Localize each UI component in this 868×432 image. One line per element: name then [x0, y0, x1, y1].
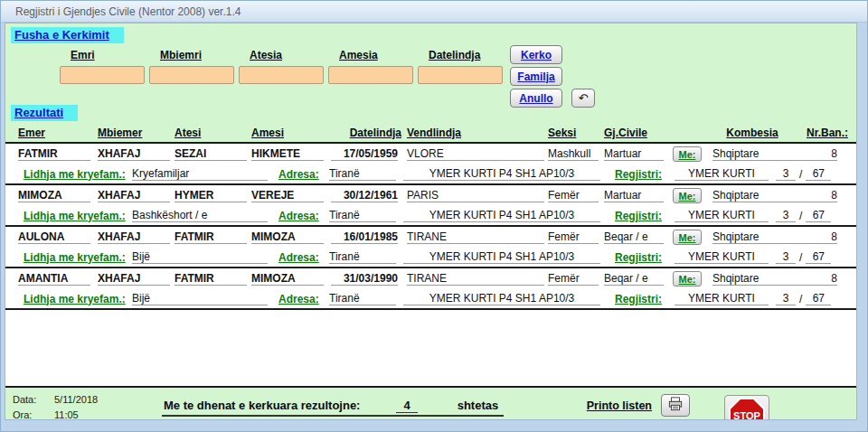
col-emer: Emer [18, 127, 98, 139]
results-section-title: Rezultati [11, 105, 78, 121]
cell-amesi: MIMOZA [251, 272, 331, 286]
cell-vendlindja: VLORE [401, 147, 548, 161]
table-row[interactable]: AULONA XHAFAJ FATMIR MIMOZA 16/01/1985 T… [5, 227, 856, 248]
regjistri-label[interactable]: Regjistri: [615, 293, 675, 305]
cell-datelindja: 31/03/1990 [331, 272, 401, 286]
col-vendlindja: Vendlindja [401, 127, 548, 139]
datelindja-input[interactable] [418, 66, 503, 84]
col-amesi: Amesi [251, 127, 331, 139]
lidhja-label[interactable]: Lidhja me kryefam.: [24, 210, 132, 222]
field-mbiemri-label: Mbiemri [160, 49, 234, 61]
main-content: Fusha e Kerkimit Emri Mbiemri Atesia [5, 23, 856, 388]
me-button[interactable]: Me: [673, 230, 702, 245]
regjistri-label[interactable]: Regjistri: [615, 210, 675, 222]
cell-faqja: /67 [799, 292, 841, 305]
emri-input[interactable] [60, 66, 145, 84]
cell-adresa2: YMER KURTI P4 SH1 AP10/3 [403, 167, 615, 181]
summary-count: 4 [396, 399, 417, 413]
cell-faqja: /67 [799, 250, 841, 264]
results-empty-area [5, 310, 856, 388]
cell-me: Me: [673, 188, 707, 203]
col-kombesia: Kombesia [707, 127, 797, 139]
cell-emer: FATMIR [18, 147, 98, 161]
ora-label: Ora: [13, 408, 54, 420]
table-row[interactable]: MIMOZA XHAFAJ HYMER VEREJE 30/12/1961 PA… [5, 185, 856, 206]
cell-adresa2: YMER KURTI P4 SH1 AP10/3 [403, 292, 615, 305]
data-value: 5/11/2018 [54, 392, 98, 408]
cell-fleta: 3 [776, 292, 799, 305]
field-emri-label: Emri [71, 49, 145, 61]
adresa-label[interactable]: Adresa: [278, 251, 329, 264]
familja-button[interactable]: Familja [510, 67, 562, 86]
col-mbiemer: Mbiemer [98, 127, 175, 139]
col-seksi: Seksi [548, 127, 604, 139]
mbiemri-input[interactable] [149, 66, 234, 84]
window-titlebar[interactable]: Regjistri i Gjendjes Civile (Nentor 2008… [1, 1, 867, 23]
cell-regjistri: YMER KURTI [675, 292, 776, 305]
lidhja-label[interactable]: Lidhja me kryefam.: [24, 251, 132, 264]
app-frame: Fusha e Kerkimit Emri Mbiemri Atesia [5, 23, 857, 420]
cell-regjistri: YMER KURTI [675, 209, 776, 222]
cell-mbiemer: XHAFAJ [98, 230, 175, 244]
cell-nrban: 8 [797, 147, 848, 161]
cell-gjcivile: Beqar / e [604, 230, 673, 244]
adresa-label[interactable]: Adresa: [278, 210, 329, 222]
me-button[interactable]: Me: [673, 146, 702, 162]
cell-gjcivile: Beqar / e [604, 272, 673, 286]
cell-kombesia: Shqiptare [707, 230, 797, 244]
amesia-input[interactable] [328, 66, 413, 84]
cell-mbiemer: XHAFAJ [98, 272, 175, 286]
cell-mbiemer: XHAFAJ [98, 147, 175, 161]
printer-icon [667, 397, 684, 414]
cell-atesi: HYMER [175, 189, 251, 202]
cell-adresa: Tiranë [329, 292, 403, 305]
cell-kombesia: Shqiptare [707, 147, 797, 161]
cell-emer: AMANTIA [18, 272, 98, 286]
printo-listen-button[interactable] [661, 394, 690, 417]
cell-fleta: 3 [776, 209, 799, 222]
footer: Data: 5/11/2018 Ora: 11:05 Me te dhenat … [5, 388, 856, 420]
cell-amesi: VEREJE [251, 189, 331, 202]
undo-icon[interactable]: ↶ [571, 89, 595, 108]
regjistri-label[interactable]: Regjistri: [615, 168, 675, 181]
cell-datelindja: 30/12/1961 [331, 189, 401, 202]
col-gjcivile: Gj.Civile [604, 127, 673, 139]
table-row-group: MIMOZA XHAFAJ HYMER VEREJE 30/12/1961 PA… [5, 185, 856, 227]
me-button[interactable]: Me: [673, 271, 702, 286]
anullo-button[interactable]: Anullo [510, 89, 562, 108]
atesia-input[interactable] [239, 66, 324, 84]
table-row[interactable]: AMANTIA XHAFAJ FATMIR MIMOZA 31/03/1990 … [5, 268, 856, 289]
cell-gjcivile: Martuar [604, 147, 673, 161]
cell-datelindja: 16/01/1985 [331, 230, 401, 244]
cell-fleta: 3 [776, 167, 799, 181]
printo-listen-link[interactable]: Printo listen [587, 399, 652, 412]
stop-button[interactable]: STOP [724, 395, 769, 420]
results-table-header: Emer Mbiemer Atesi Amesi Datelindja Vend… [5, 124, 856, 142]
adresa-label[interactable]: Adresa: [278, 168, 329, 181]
cell-nrban: 8 [797, 230, 848, 244]
col-datelindja: Datelindja [331, 127, 401, 139]
adresa-label[interactable]: Adresa: [278, 293, 329, 305]
lidhja-label[interactable]: Lidhja me kryefam.: [24, 168, 132, 181]
table-row[interactable]: FATMIR XHAFAJ SEZAI HIKMETE 17/05/1959 V… [5, 144, 856, 164]
cell-lidhja: Kryefamiljar [132, 167, 278, 181]
cell-fleta: 3 [776, 250, 799, 264]
me-button[interactable]: Me: [673, 188, 702, 203]
search-fields: Emri Mbiemri Atesia Amesia [60, 45, 503, 84]
cell-gjcivile: Martuar [604, 189, 673, 202]
kerko-button[interactable]: Kerko [510, 45, 562, 64]
search-section-title: Fusha e Kerkimit [11, 27, 124, 43]
field-atesia: Atesia [239, 45, 324, 84]
cell-me: Me: [673, 271, 707, 286]
print-block: Printo listen Printo familjen [573, 394, 690, 420]
cell-me: Me: [673, 230, 707, 245]
ora-value: 11:05 [54, 408, 79, 420]
regjistri-label[interactable]: Regjistri: [615, 251, 675, 264]
cell-adresa: Tiranë [329, 250, 403, 264]
cell-vendlindja: TIRANE [401, 272, 548, 286]
col-atesi: Atesi [175, 127, 251, 139]
lidhja-label[interactable]: Lidhja me kryefam.: [24, 293, 132, 305]
cell-nrban: 8 [797, 272, 848, 286]
stop-icon: STOP [729, 398, 765, 420]
table-row-group: FATMIR XHAFAJ SEZAI HIKMETE 17/05/1959 V… [5, 144, 856, 185]
